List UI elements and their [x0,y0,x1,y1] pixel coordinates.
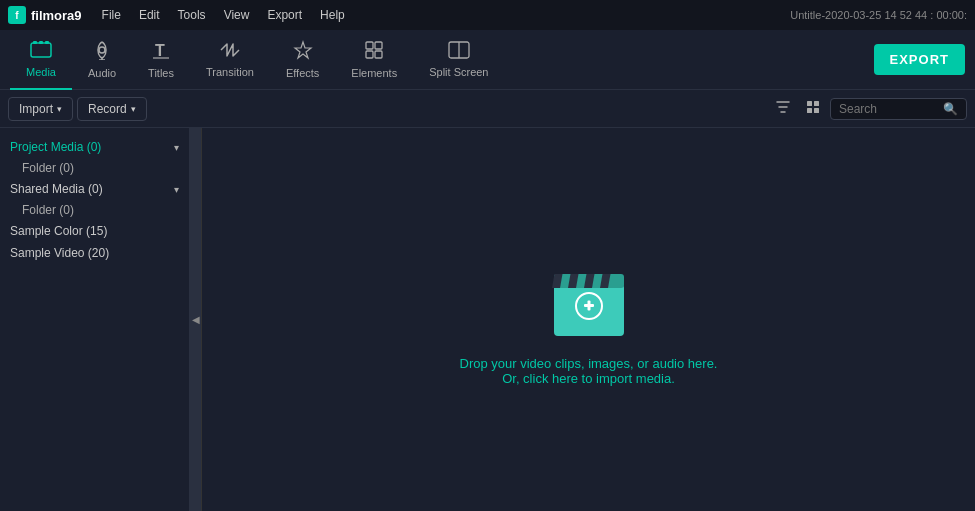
import-button[interactable]: Import ▾ [8,97,73,121]
tab-transition[interactable]: Transition [190,30,270,90]
split-screen-icon [448,41,470,62]
media-drop-zone[interactable]: Drop your video clips, images, or audio … [202,128,975,511]
import-label: Import [19,102,53,116]
svg-rect-17 [814,101,819,106]
svg-rect-12 [366,51,373,58]
svg-text:T: T [155,42,165,59]
sidebar-item-sample-video[interactable]: Sample Video (20) [0,242,189,264]
export-button[interactable]: EXPORT [874,44,965,75]
tab-effects-label: Effects [286,67,319,79]
sidebar-collapse-handle[interactable]: ◀ [190,128,202,511]
svg-rect-10 [366,42,373,49]
sidebar-item-shared-media[interactable]: Shared Media (0) ▾ [0,178,189,200]
svg-rect-2 [39,41,43,44]
sidebar-sample-video-label: Sample Video (20) [10,246,179,260]
tab-titles[interactable]: T Titles [132,30,190,90]
shared-media-chevron-icon: ▾ [174,184,179,195]
sidebar-item-project-media[interactable]: Project Media (0) ▾ [0,136,189,158]
app-name: filmora9 [31,8,82,23]
project-media-chevron-icon: ▾ [174,142,179,153]
svg-rect-16 [807,101,812,106]
clapboard-icon [544,254,634,344]
svg-rect-0 [31,43,51,57]
audio-icon [93,40,111,63]
tab-media-label: Media [26,66,56,78]
sidebar-item-folder-0-2[interactable]: Folder (0) [0,200,189,220]
tab-elements[interactable]: Elements [335,30,413,90]
tab-bar: Media Audio T Titles Transi [0,30,975,90]
sidebar: Project Media (0) ▾ Folder (0) Shared Me… [0,128,190,511]
search-icon: 🔍 [943,102,958,116]
svg-point-4 [99,47,105,53]
tab-media[interactable]: Media [10,30,72,90]
media-icon [30,41,52,62]
app-logo: f filmora9 [8,6,82,24]
menu-export[interactable]: Export [259,5,310,25]
svg-rect-18 [807,108,812,113]
tab-split-screen[interactable]: Split Screen [413,30,504,90]
tab-titles-label: Titles [148,67,174,79]
sidebar-item-sample-color[interactable]: Sample Color (15) [0,220,189,242]
menu-help[interactable]: Help [312,5,353,25]
svg-rect-1 [33,41,37,44]
tab-audio[interactable]: Audio [72,30,132,90]
sidebar-item-folder-0[interactable]: Folder (0) [0,158,189,178]
sidebar-shared-media-label: Shared Media (0) [10,182,174,196]
svg-rect-19 [814,108,819,113]
svg-rect-13 [375,51,382,58]
filter-icon-button[interactable] [770,96,796,121]
svg-rect-3 [45,41,49,44]
menu-bar: File Edit Tools View Export Help [94,5,779,25]
menu-edit[interactable]: Edit [131,5,168,25]
drop-zone-sub-text: Or, click here to import media. [460,371,718,386]
menu-view[interactable]: View [216,5,258,25]
tab-transition-label: Transition [206,66,254,78]
record-label: Record [88,102,127,116]
tab-split-screen-label: Split Screen [429,66,488,78]
folder-0-label: Folder (0) [22,161,74,175]
tab-effects[interactable]: Effects [270,30,335,90]
menu-tools[interactable]: Tools [170,5,214,25]
title-bar: f filmora9 File Edit Tools View Export H… [0,0,975,30]
drop-zone-main-text: Drop your video clips, images, or audio … [460,356,718,371]
elements-icon [364,40,384,63]
record-chevron-icon: ▾ [131,104,136,114]
effects-icon [293,40,313,63]
folder-0-2-label: Folder (0) [22,203,74,217]
record-button[interactable]: Record ▾ [77,97,147,121]
svg-rect-11 [375,42,382,49]
logo-icon: f [8,6,26,24]
search-input[interactable] [839,102,939,116]
grid-view-button[interactable] [800,96,826,121]
sidebar-sample-color-label: Sample Color (15) [10,224,179,238]
collapse-arrow-icon: ◀ [192,314,200,325]
media-toolbar: Import ▾ Record ▾ 🔍 [0,90,975,128]
sidebar-project-media-label: Project Media (0) [10,140,174,154]
transition-icon [219,41,241,62]
titles-icon: T [151,40,171,63]
svg-marker-9 [295,42,311,58]
window-title: Untitle-2020-03-25 14 52 44 : 00:00: [790,9,967,21]
import-chevron-icon: ▾ [57,104,62,114]
tab-elements-label: Elements [351,67,397,79]
menu-file[interactable]: File [94,5,129,25]
drop-text-container: Drop your video clips, images, or audio … [460,356,718,386]
svg-rect-27 [587,300,590,310]
search-box: 🔍 [830,98,967,120]
tab-audio-label: Audio [88,67,116,79]
